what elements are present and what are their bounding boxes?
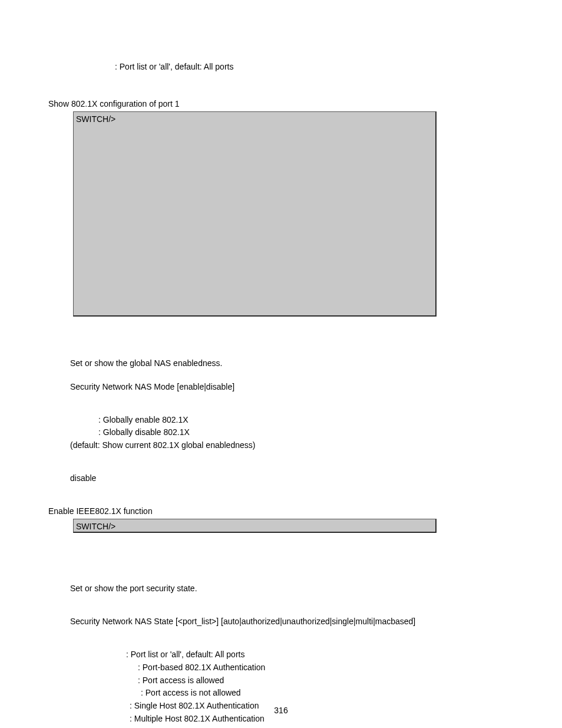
example-heading-2: Enable IEEE802.1X function [48, 506, 509, 517]
nas-state-param-authorized: : Port access is allowed [138, 675, 509, 686]
nas-state-desc: Set or show the port security state. [70, 583, 509, 594]
terminal-block-2: SWITCH/> [73, 519, 437, 533]
terminal-block-1: SWITCH/> [73, 111, 437, 317]
nas-mode-param-default: (default: Show current 802.1X global ena… [70, 440, 509, 451]
nas-mode-desc: Set or show the global NAS enabledness. [70, 358, 509, 369]
nas-mode-param-enable: : Globally enable 802.1X [98, 414, 509, 426]
page: : Port list or 'all', default: All ports… [0, 0, 562, 728]
terminal1-prompt: SWITCH/> [76, 114, 433, 125]
example-heading-1: Show 802.1X configuration of port 1 [48, 98, 509, 110]
nas-state-param-auto: : Port-based 802.1X Authentication [138, 662, 509, 673]
nas-mode-param-disable: : Globally disable 802.1X [98, 427, 509, 438]
nas-state-param-port-list: : Port list or 'all', default: All ports [126, 649, 509, 660]
nas-mode-default-value: disable [70, 473, 509, 484]
nas-state-param-unauthorized: : Port access is not allowed [141, 687, 509, 699]
param-port-list-top: : Port list or 'all', default: All ports [115, 61, 509, 73]
nas-state-syntax: Security Network NAS State [<port_list>]… [70, 616, 509, 627]
terminal2-prompt: SWITCH/> [76, 521, 433, 532]
page-number: 316 [0, 705, 562, 716]
nas-mode-syntax: Security Network NAS Mode [enable|disabl… [70, 381, 509, 393]
